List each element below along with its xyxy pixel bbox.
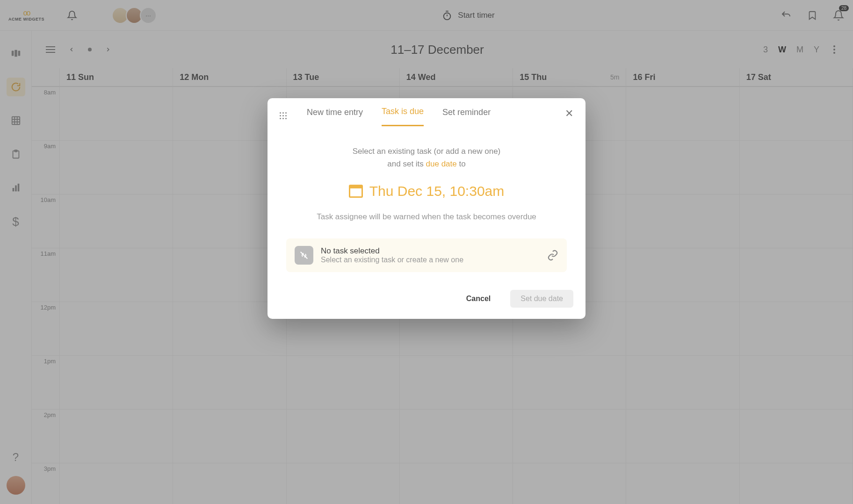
calendar-icon [349, 185, 363, 198]
due-date-value: Thu Dec 15, 10:30am [369, 183, 505, 199]
close-icon[interactable]: ✕ [565, 108, 573, 120]
task-due-modal: New time entry Task is due Set reminder … [267, 98, 586, 319]
task-selector-title: No task selected [321, 246, 540, 256]
set-due-date-button[interactable]: Set due date [510, 290, 573, 308]
link-off-icon [295, 246, 313, 265]
task-selector-subtitle: Select an existing task or create a new … [321, 256, 540, 264]
tab-new-time-entry[interactable]: New time entry [307, 108, 363, 126]
tab-task-is-due[interactable]: Task is due [382, 107, 424, 126]
link-icon [547, 250, 558, 261]
tab-set-reminder[interactable]: Set reminder [442, 108, 491, 126]
overdue-warning: Task assignee will be warned when the ta… [286, 212, 567, 222]
cancel-button[interactable]: Cancel [456, 290, 501, 308]
task-selector[interactable]: No task selected Select an existing task… [286, 238, 567, 272]
due-date-display[interactable]: Thu Dec 15, 10:30am [286, 183, 567, 199]
modal-overlay[interactable]: New time entry Task is due Set reminder … [0, 0, 853, 504]
modal-lead-text: Select an existing task (or add a new on… [286, 145, 567, 170]
drag-handle-icon[interactable] [280, 112, 288, 121]
